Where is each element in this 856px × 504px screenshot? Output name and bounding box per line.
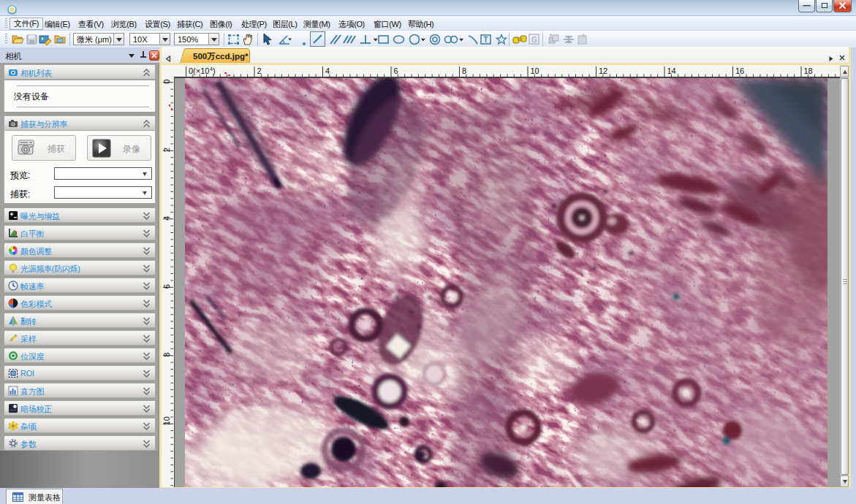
svg-text:8: 8 (462, 66, 466, 75)
svg-text:18: 18 (804, 66, 813, 75)
svg-text:4: 4 (162, 216, 171, 221)
svg-text:2: 2 (162, 148, 171, 152)
svg-text:10: 10 (162, 416, 171, 425)
svg-text:8: 8 (162, 353, 171, 357)
svg-text:0: 0 (162, 80, 171, 84)
svg-text:14: 14 (667, 66, 676, 75)
svg-text:): ) (213, 66, 216, 75)
svg-text:6: 6 (394, 66, 398, 75)
svg-text:4: 4 (325, 66, 330, 75)
svg-text:G: G (531, 36, 537, 44)
svg-text:10: 10 (531, 66, 539, 75)
svg-text:12: 12 (599, 66, 607, 75)
svg-text:0(×10: 0(×10 (189, 66, 209, 75)
svg-text:T: T (484, 36, 488, 44)
svg-text:6: 6 (162, 284, 171, 289)
svg-text:16: 16 (735, 66, 744, 75)
svg-text:2: 2 (257, 66, 262, 75)
